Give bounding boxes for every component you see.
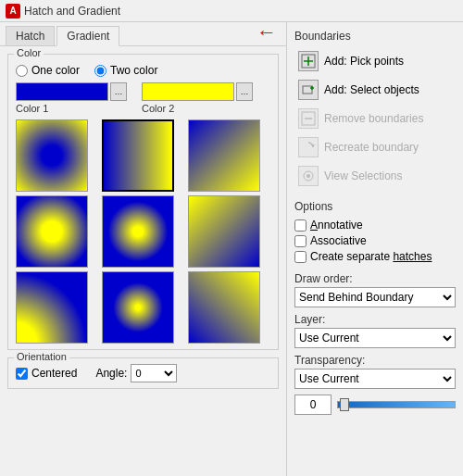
- gradient-pattern-8[interactable]: [102, 271, 174, 344]
- transparency-label: Transparency:: [294, 354, 456, 367]
- options-title: Options: [294, 200, 456, 213]
- transparency-value-input[interactable]: [294, 395, 332, 415]
- angle-select[interactable]: 0 45 90 135 180 225 270 315: [131, 364, 177, 382]
- red-arrow-indicator: ←: [257, 20, 277, 44]
- transparency-group: Transparency: Use Current: [294, 354, 456, 389]
- color2-picker-button[interactable]: …: [236, 82, 253, 101]
- color-section: Color One color Two color: [7, 54, 279, 350]
- add-select-objects-button[interactable]: Add: Select objects: [294, 77, 456, 103]
- recreate-boundary-icon: [298, 137, 319, 157]
- tab-gradient[interactable]: Gradient: [56, 26, 119, 46]
- two-color-radio-group[interactable]: Two color: [94, 64, 157, 77]
- main-container: Hatch Gradient ← Color One color Two: [0, 22, 463, 476]
- associative-checkbox[interactable]: [294, 235, 307, 247]
- orientation-row: Centered Angle: 0 45 90 135 180 225 270 …: [16, 364, 270, 382]
- left-panel: Hatch Gradient ← Color One color Two: [0, 22, 287, 476]
- create-separate-label: Create separate hatches: [310, 250, 432, 263]
- layer-group: Layer: Use Current: [294, 313, 456, 348]
- color2-swatch-row: …: [142, 82, 253, 101]
- right-panel: Boundaries Add: Pick points Add: Select …: [287, 22, 463, 476]
- one-color-radio-group[interactable]: One color: [16, 64, 80, 77]
- options-section: Options Annotative Associative Create se…: [294, 200, 456, 263]
- gradient-pattern-6[interactable]: [188, 195, 260, 268]
- annotative-checkbox[interactable]: [294, 219, 307, 232]
- create-separate-text: Create separate hatches: [310, 250, 432, 263]
- layer-select[interactable]: Use Current: [294, 328, 456, 348]
- angle-label: Angle:: [95, 367, 127, 380]
- centered-label: Centered: [31, 367, 77, 380]
- centered-checkbox-group[interactable]: Centered: [16, 367, 77, 380]
- color2-label: Color 2: [142, 103, 253, 114]
- color1-picker-button[interactable]: …: [110, 82, 127, 101]
- view-selections-button[interactable]: View Selections: [294, 163, 456, 189]
- one-color-label: One color: [31, 64, 80, 77]
- transparency-select[interactable]: Use Current: [294, 369, 456, 389]
- add-pick-points-icon: [298, 51, 319, 71]
- transparency-slider[interactable]: [337, 401, 456, 408]
- color1-swatch-row: …: [16, 82, 127, 101]
- recreate-boundary-button[interactable]: Recreate boundary: [294, 134, 456, 160]
- draw-order-label: Draw order:: [294, 272, 456, 285]
- color2-group: … Color 2: [142, 82, 253, 114]
- color-inputs-row: … Color 1 … Color 2: [16, 82, 270, 114]
- add-pick-points-button[interactable]: Add: Pick points: [294, 48, 456, 74]
- gradient-pattern-1[interactable]: [16, 119, 88, 192]
- svg-rect-3: [303, 86, 312, 94]
- centered-checkbox[interactable]: [16, 368, 28, 380]
- boundaries-title: Boundaries: [294, 30, 456, 43]
- associative-option: Associative: [294, 234, 456, 247]
- gradient-panel-content: Color One color Two color: [0, 46, 286, 476]
- color-section-label: Color: [14, 47, 44, 58]
- gradient-pattern-4[interactable]: [16, 195, 88, 268]
- gradient-pattern-9[interactable]: [188, 271, 260, 344]
- one-color-radio[interactable]: [16, 65, 28, 77]
- view-selections-icon: [298, 166, 319, 186]
- color1-label: Color 1: [16, 103, 127, 114]
- tab-hatch[interactable]: Hatch: [6, 26, 55, 45]
- annotative-label: Annotative: [310, 219, 363, 232]
- color-radio-row: One color Two color: [16, 64, 270, 77]
- color2-swatch[interactable]: [142, 82, 234, 101]
- layer-label: Layer:: [294, 313, 456, 326]
- create-separate-checkbox[interactable]: [294, 251, 307, 263]
- boundaries-section: Boundaries Add: Pick points Add: Select …: [294, 30, 456, 189]
- tab-bar: Hatch Gradient ←: [0, 22, 286, 46]
- remove-boundaries-icon: [298, 108, 319, 129]
- color1-group: … Color 1: [16, 82, 127, 114]
- transparency-thumb[interactable]: [340, 398, 349, 411]
- remove-boundaries-button[interactable]: Remove boundaries: [294, 106, 456, 132]
- app-icon: A: [6, 4, 20, 19]
- draw-order-group: Draw order: Send Behind Boundary Send to…: [294, 272, 456, 307]
- color1-swatch[interactable]: [16, 82, 108, 101]
- svg-marker-8: [311, 144, 315, 147]
- title-bar: A Hatch and Gradient: [0, 0, 463, 22]
- create-separate-option: Create separate hatches: [294, 250, 456, 263]
- two-color-label: Two color: [110, 64, 157, 77]
- angle-group: Angle: 0 45 90 135 180 225 270 315: [95, 364, 177, 382]
- annotative-option: Annotative: [294, 219, 456, 232]
- gradient-pattern-7[interactable]: [16, 271, 88, 344]
- two-color-radio[interactable]: [94, 65, 106, 77]
- associative-label: Associative: [310, 234, 367, 247]
- svg-point-10: [307, 174, 310, 178]
- orientation-section: Orientation Centered Angle: 0 45 90 135: [7, 357, 279, 389]
- orientation-section-label: Orientation: [14, 351, 69, 362]
- draw-order-select[interactable]: Send Behind Boundary Send to Back Bring …: [294, 287, 456, 307]
- window-title: Hatch and Gradient: [24, 5, 120, 18]
- gradient-pattern-5[interactable]: [102, 195, 174, 268]
- gradient-pattern-2[interactable]: [102, 119, 174, 192]
- gradient-pattern-grid: [16, 119, 270, 344]
- add-select-objects-icon: [298, 80, 319, 100]
- transparency-slider-row: [294, 395, 456, 415]
- gradient-pattern-3[interactable]: [188, 119, 260, 192]
